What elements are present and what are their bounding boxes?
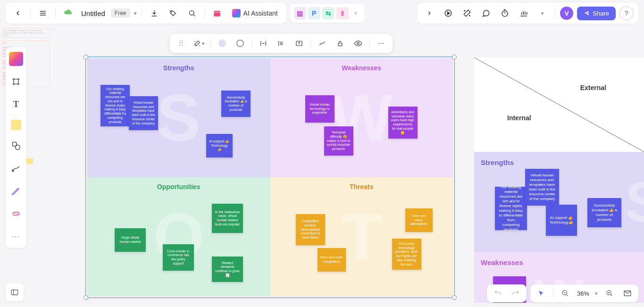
stroke-color-button[interactable] <box>234 37 247 50</box>
link-tool[interactable] <box>9 207 23 221</box>
strengths-letter: S <box>157 80 201 156</box>
svg-point-11 <box>357 42 360 45</box>
magic-button[interactable] <box>460 6 475 21</box>
connector-style-button[interactable] <box>316 37 329 50</box>
sticky-note[interactable]: Our existing material resources are rich… <box>100 85 130 126</box>
sticky-note[interactable]: More and more competitors <box>318 248 346 272</box>
expand-right-button[interactable] <box>422 6 437 21</box>
share-button[interactable]: Share <box>577 7 616 20</box>
selection-toolbar: ⠿ ▾ ··· <box>170 34 393 53</box>
threats-letter: T <box>341 199 382 275</box>
lock-button[interactable] <box>334 37 347 50</box>
sticky-note[interactable]: In the metaverse craze, virtual human re… <box>212 204 243 233</box>
swot-board[interactable]: Strengths S Our existing material resour… <box>87 58 453 296</box>
preview-weaknesses-title: Weaknesses <box>481 258 637 266</box>
play-button[interactable] <box>441 6 456 21</box>
more-tools[interactable]: ··· <box>9 229 23 243</box>
cursor-tool[interactable] <box>535 287 547 299</box>
sticky-note[interactable]: There are many alternatives <box>405 208 433 232</box>
ext-image-icon[interactable]: ▨ <box>294 7 306 19</box>
sticky-note[interactable]: Competitive product development momentum… <box>296 214 325 245</box>
shape-tool[interactable] <box>9 139 23 153</box>
sticky-note[interactable]: Successfully incubated 👍 a number of pro… <box>587 198 621 227</box>
map-view-button[interactable] <box>621 287 634 299</box>
zoom-level[interactable]: 36% <box>577 290 589 297</box>
svg-point-1 <box>189 11 193 15</box>
redo-button[interactable] <box>510 287 522 299</box>
menu-button[interactable] <box>35 6 50 21</box>
ext-p-icon[interactable]: P <box>308 7 320 19</box>
ext-collapse-button[interactable] <box>351 6 361 21</box>
diagonal-line <box>474 58 644 152</box>
title-dropdown[interactable]: ▾ <box>134 10 137 17</box>
sticky-note-tool[interactable] <box>11 120 21 130</box>
text-tool[interactable]: T <box>9 97 23 111</box>
strengths-quadrant[interactable]: Strengths S Our existing material resour… <box>87 58 270 177</box>
panel-toggle[interactable] <box>6 283 24 301</box>
back-button[interactable] <box>10 6 25 21</box>
sticky-note[interactable]: Successfully incubated 👍 a number of pro… <box>221 91 251 117</box>
svg-point-0 <box>171 12 172 12</box>
weaknesses-title: Weaknesses <box>270 58 453 72</box>
more-dropdown[interactable]: ▾ <box>535 6 550 21</box>
text-box-button[interactable] <box>293 37 306 50</box>
svg-rect-10 <box>338 43 342 46</box>
visibility-button[interactable] <box>351 37 365 50</box>
external-label: External <box>580 84 606 91</box>
preview-strengths-title: Strengths <box>481 158 637 166</box>
tag-button[interactable] <box>166 6 181 21</box>
weaknesses-quadrant[interactable]: Weaknesses W Virtual human technology is… <box>270 58 453 177</box>
sticky-note[interactable]: Virtual human resources and templates ha… <box>129 96 158 130</box>
svg-rect-8 <box>11 290 18 295</box>
zoom-out-button[interactable] <box>559 287 571 299</box>
ai-assistant-button[interactable]: AI Assistant <box>228 7 282 19</box>
user-avatar[interactable]: V <box>560 7 573 20</box>
connector-tool[interactable] <box>9 161 23 175</box>
tool-sidebar: T ··· <box>6 47 26 248</box>
preview-strengths[interactable]: Strengths S Our existing material resour… <box>474 152 644 252</box>
search-button[interactable] <box>184 6 200 21</box>
sticky-note[interactable]: Virtual human technology is expensive <box>305 95 335 123</box>
plan-badge: Free <box>111 8 130 18</box>
sticky-note[interactable]: AI support 👍Technology👍 <box>546 205 577 236</box>
sticky-note[interactable]: Third-party technology providers, such a… <box>392 239 421 270</box>
calendar-button[interactable] <box>209 6 225 21</box>
more-options-button[interactable]: ··· <box>375 37 388 50</box>
sticky-note[interactable]: AI support 👍Technology👍 <box>206 134 233 158</box>
strengths-title: Strengths <box>87 58 270 72</box>
drag-handle-icon[interactable]: ⠿ <box>175 37 188 50</box>
cloud-sync-icon <box>60 6 75 21</box>
sticky-note[interactable]: Virtual human resources and templates ha… <box>525 169 559 206</box>
magic-wand-button[interactable]: ▾ <box>192 37 206 50</box>
align-text-button[interactable] <box>275 37 288 50</box>
ext-share-icon[interactable]: ⇆ <box>322 7 335 19</box>
timer-button[interactable] <box>497 6 512 21</box>
zoom-in-button[interactable] <box>603 287 616 299</box>
zoom-dropdown[interactable]: ▾ <box>595 290 598 297</box>
sticky-note[interactable]: Huge virtual human market <box>115 228 146 252</box>
undo-button[interactable] <box>492 287 504 299</box>
sticky-note[interactable]: Related demands continue to grow 📈 <box>212 257 243 282</box>
opportunities-title: Opportunities <box>87 177 270 191</box>
align-width-button[interactable] <box>257 37 270 50</box>
threats-quadrant[interactable]: Threats T Competitive product developmen… <box>270 177 453 296</box>
svg-point-7 <box>12 170 14 171</box>
threats-title: Threats <box>270 177 453 191</box>
sticky-note[interactable]: Our existing material resources are rich… <box>495 187 527 230</box>
fill-color-button[interactable] <box>216 37 229 50</box>
opportunities-quadrant[interactable]: Opportunities O Huge virtual human marke… <box>87 177 270 296</box>
document-title[interactable]: Untitled <box>81 9 105 17</box>
ext-branch-icon[interactable]: ⫴ <box>336 7 349 19</box>
chart-button[interactable] <box>516 6 531 21</box>
pen-tool[interactable] <box>9 184 23 198</box>
internal-label: Internal <box>507 114 531 122</box>
sticky-note[interactable]: Technical difficulty 😵 makes it hard to … <box>324 126 353 156</box>
download-button[interactable] <box>147 6 162 21</box>
frame-tool[interactable] <box>9 75 23 89</box>
canvas-preview[interactable]: External Internal Strengths S Our existi… <box>474 58 644 303</box>
help-button[interactable]: ? <box>619 6 634 20</box>
sticky-note[interactable]: Cross-border e-commerce has the policy s… <box>163 244 194 271</box>
comment-button[interactable] <box>478 6 493 21</box>
sticky-note[interactable]: Advertisers and overseas video users hav… <box>388 107 418 139</box>
templates-tool[interactable] <box>9 52 23 66</box>
